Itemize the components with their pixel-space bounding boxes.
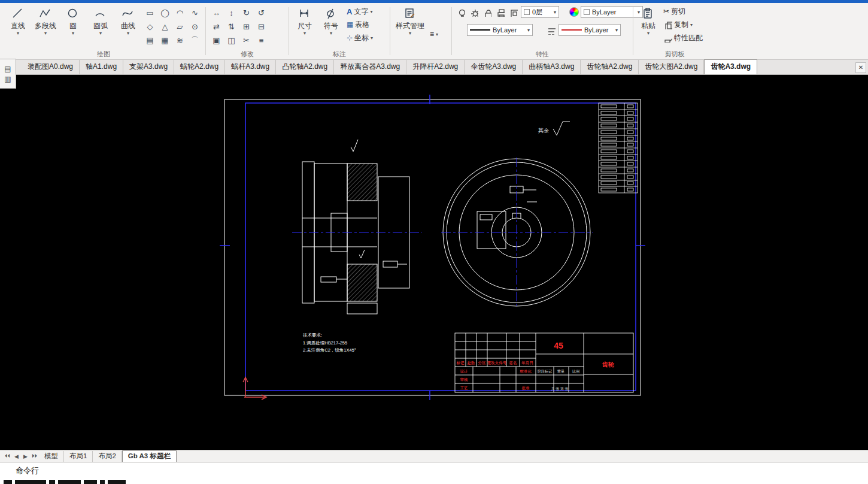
doc-tab[interactable]: 装配图A0.dwg xyxy=(22,60,80,74)
stretch-tool-icon[interactable]: ↕ xyxy=(224,6,239,20)
paste-label: 粘贴 xyxy=(641,21,655,31)
tb-count: 处数 xyxy=(468,361,476,365)
lineweight-dropdown[interactable]: ByLayer ▾ xyxy=(467,24,533,36)
modify-tools-grid: ↔ ↕ ↻ ↺ ⇄ ⇅ ⊞ ⊟ ▣ ◫ ✂ ≡ xyxy=(209,6,269,47)
arc-chord-tool-icon[interactable]: ⌒ xyxy=(187,34,202,47)
rectangle-tool-icon[interactable]: ▭ xyxy=(142,6,157,20)
doc-tab[interactable]: 齿轮轴A2.dwg xyxy=(581,60,639,74)
side-flyout-tab[interactable]: ▤ ▥ xyxy=(0,59,16,89)
doc-tab[interactable]: 蜗轮A2.dwg xyxy=(174,60,225,74)
linetype-swatch xyxy=(562,29,582,31)
symbol-button[interactable]: 符号 ▾ xyxy=(318,5,344,48)
color-dropdown-value: ByLayer xyxy=(592,8,616,16)
paste-button[interactable]: 粘贴 ▾ xyxy=(636,5,660,48)
linetype-list-icon[interactable] xyxy=(545,24,557,36)
lineweight-dropdown-value: ByLayer xyxy=(493,26,517,34)
layer-plot-icon[interactable] xyxy=(494,6,506,18)
doc-tab[interactable]: 升降杆A2.dwg xyxy=(406,60,465,74)
coordinate-tool-button[interactable]: ⊹ 坐标 ▾ xyxy=(345,31,375,44)
command-line-panel[interactable]: 命令行 xyxy=(0,462,868,484)
tb-date: 年月日 xyxy=(521,361,533,365)
ribbon-group-annotate: 尺寸 ▾ 符号 ▾ A 文字 ▾ ▦ 表格 xyxy=(292,5,387,59)
drawing-canvas[interactable]: 其余 xyxy=(0,75,868,450)
close-drawing-button[interactable]: ✕ xyxy=(855,62,866,73)
linetype-dropdown[interactable]: ByLayer ▾ xyxy=(559,24,621,36)
doc-tab[interactable]: 轴A1.dwg xyxy=(80,60,123,74)
next-layout-button[interactable]: ▶ xyxy=(21,453,30,459)
offset-tool-icon[interactable]: ◫ xyxy=(224,34,239,47)
prev-layout-button[interactable]: ◀ xyxy=(12,453,21,459)
layer-dropdown[interactable]: 0层 ▾ xyxy=(521,6,559,18)
layer-lock-icon[interactable] xyxy=(481,6,493,18)
doc-tab[interactable]: 凸轮轴A2.dwg xyxy=(276,60,334,74)
scale-tool-icon[interactable]: ▣ xyxy=(209,34,224,47)
layout-tab-model[interactable]: 模型 xyxy=(39,451,64,462)
layer-freeze-icon[interactable] xyxy=(468,6,479,18)
doc-tab[interactable]: 齿轮大图A2.dwg xyxy=(639,60,704,74)
text-tool-button[interactable]: A 文字 ▾ xyxy=(345,5,375,18)
curve-tool-button[interactable]: 曲线 ▾ xyxy=(115,5,141,48)
stack-panel-icon: ▥ xyxy=(4,75,11,83)
spline-tool-icon[interactable]: ∿ xyxy=(187,6,202,20)
undo-rotate-tool-icon[interactable]: ↺ xyxy=(254,6,269,20)
parallelogram-tool-icon[interactable]: ▱ xyxy=(172,20,187,34)
doc-tab[interactable]: 曲柄轴A3.dwg xyxy=(523,60,581,74)
wave-tool-icon[interactable]: ≋ xyxy=(172,34,187,47)
line-tool-button[interactable]: 直线 ▾ xyxy=(5,5,31,48)
linetype-dropdown-value: ByLayer xyxy=(584,26,608,34)
color-dropdown[interactable]: ByLayer ▾ xyxy=(581,6,643,18)
array-tool-icon[interactable]: ⊞ xyxy=(239,20,254,34)
subtract-tool-icon[interactable]: ⊟ xyxy=(254,20,269,34)
ribbon-group-draw: 直线 ▾ 多段线 ▾ 圆 ▾ 圆弧 ▾ xyxy=(5,5,202,59)
explode-tool-icon[interactable]: ≡ xyxy=(254,34,269,47)
dimension-button[interactable]: 尺寸 ▾ xyxy=(292,5,317,48)
tb-process: 工艺 xyxy=(460,386,469,390)
doc-tab-active[interactable]: 齿轮A3.dwg xyxy=(704,59,757,74)
copy-button[interactable]: 复制 ▾ xyxy=(661,18,705,31)
caret-icon: ▾ xyxy=(17,31,19,35)
color-wheel-icon[interactable] xyxy=(569,7,579,17)
trim-tool-icon[interactable]: ✂ xyxy=(239,34,254,47)
polygon-tool-icon[interactable]: ◇ xyxy=(142,20,157,34)
hatch-tool-icon[interactable]: ▤ xyxy=(142,34,157,47)
match-properties-button[interactable]: 特性匹配 xyxy=(661,31,705,44)
layer-box-icon[interactable] xyxy=(508,6,519,18)
part-name-text: 齿轮 xyxy=(602,361,615,368)
list-options-button[interactable]: ≡ ▾ xyxy=(428,28,440,41)
circle-tool-button[interactable]: 圆 ▾ xyxy=(60,5,86,48)
table-tool-button[interactable]: ▦ 表格 xyxy=(345,18,375,31)
first-layout-button[interactable]: ⏴⏴ xyxy=(3,453,12,459)
polyline-icon xyxy=(39,7,52,20)
doc-tab[interactable]: 蜗杆A3.dwg xyxy=(225,60,276,74)
point-tool-icon[interactable]: ⊙ xyxy=(187,20,202,34)
ellipse-tool-icon[interactable]: ◯ xyxy=(157,6,172,20)
doc-tab[interactable]: 支架A3.dwg xyxy=(123,60,174,74)
tech-notes-line2: 2.未注倒角C2，锐角1X45° xyxy=(303,347,356,353)
doc-tab[interactable]: 释放离合器A3.dwg xyxy=(334,60,406,74)
arc-segment-tool-icon[interactable]: ◠ xyxy=(172,6,187,20)
layout-tab-layout1[interactable]: 布局1 xyxy=(64,451,93,462)
cut-button[interactable]: ✂ 剪切 xyxy=(661,5,705,18)
last-layout-button[interactable]: ⏵⏵ xyxy=(30,453,39,459)
doc-tab[interactable]: 伞齿轮A3.dwg xyxy=(465,60,523,74)
mirror-tool-icon[interactable]: ⇄ xyxy=(209,20,224,34)
arc-tool-button[interactable]: 圆弧 ▾ xyxy=(87,5,114,48)
rotate-tool-icon[interactable]: ↻ xyxy=(239,6,254,20)
caret-icon: ▾ xyxy=(409,31,411,35)
command-line-label: 命令行 xyxy=(0,462,868,476)
clipped-text-row xyxy=(4,479,126,484)
flip-tool-icon[interactable]: ⇅ xyxy=(224,20,239,34)
polyline-tool-label: 多段线 xyxy=(35,21,56,31)
dimension-icon xyxy=(298,7,311,20)
style-manager-icon xyxy=(403,7,417,20)
style-manager-button[interactable]: 样式管理 ▾ xyxy=(393,5,427,48)
coordinate-icon: ⊹ xyxy=(347,34,353,42)
triangle-tool-icon[interactable]: △ xyxy=(157,20,172,34)
layer-on-icon[interactable] xyxy=(455,6,466,18)
move-tool-icon[interactable]: ↔ xyxy=(209,6,224,20)
chevron-down-icon: ▾ xyxy=(615,28,618,33)
layout-tab-layout2[interactable]: 布局2 xyxy=(93,451,122,462)
polyline-tool-button[interactable]: 多段线 ▾ xyxy=(32,5,59,48)
table-draw-tool-icon[interactable]: ▦ xyxy=(157,34,172,47)
layout-tab-titleblock[interactable]: Gb A3 标题栏 xyxy=(122,450,177,462)
